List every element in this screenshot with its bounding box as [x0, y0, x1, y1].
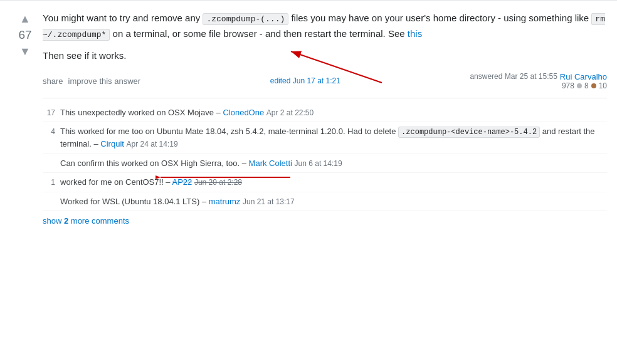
answer-text-part2: files you may have on your user's home d…: [288, 13, 591, 23]
comment-row: 4 This worked for me too on Ubuntu Mate …: [43, 122, 607, 154]
comment-time: Jun 20 at 2:28: [194, 178, 242, 187]
comment-user-link[interactable]: AP22: [172, 177, 192, 187]
answer-paragraph: You might want to try and remove any .zc…: [43, 11, 607, 42]
bronze-badge-count: 10: [599, 81, 607, 90]
comment-time: Jun 21 at 13:17: [243, 197, 295, 206]
comment-vote: 4: [43, 125, 60, 137]
vote-column: ▲ 67 ▼: [10, 11, 40, 58]
comment-row: 17 This unexpectedly worked on OSX Mojav…: [43, 103, 607, 123]
bronze-dot-icon: [591, 83, 596, 88]
silver-dot-icon: [577, 83, 582, 88]
show-more-suffix: more comments: [68, 216, 129, 226]
answered-label: answered Mar 25 at 15:55: [470, 72, 557, 81]
comment-row: Can confirm this worked on OSX High Sier…: [43, 154, 607, 174]
comment-code: .zcompdump-<device-name>-5.4.2: [398, 127, 540, 138]
comment-time: Apr 24 at 14:19: [127, 140, 178, 148]
vote-down-button[interactable]: ▼: [18, 44, 32, 58]
code-zcompdump: .zcompdump-(...): [203, 13, 288, 25]
comment-time: Apr 2 at 22:50: [266, 108, 314, 117]
action-links: share improve this answer: [43, 76, 140, 86]
comment-vote: [43, 157, 60, 158]
comment-text: This worked for me too on Ubuntu Mate 18…: [60, 127, 398, 136]
answer-text-part3: on a terminal, or some file browser - an…: [110, 28, 407, 39]
action-bar: share improve this answer edited Jun 17 …: [43, 72, 607, 90]
share-link[interactable]: share: [43, 76, 63, 86]
comment-vote: 1: [43, 176, 60, 188]
comment-body: Worked for WSL (Ubuntu 18.04.1 LTS) – ma…: [60, 195, 607, 208]
comment-body: This worked for me too on Ubuntu Mate 18…: [60, 125, 607, 150]
comment-user-link[interactable]: Mark Coletti: [249, 159, 292, 168]
comment-row: 1 worked for me on CentOS7!! – AP22 Jun …: [43, 173, 607, 192]
answer-content: You might want to try and remove any .zc…: [40, 11, 607, 231]
answer-meta: answered Mar 25 at 15:55 Rui Carvalho 97…: [470, 72, 607, 90]
comment-text: Worked for WSL (Ubuntu 18.04.1 LTS) –: [60, 197, 209, 206]
edited-link[interactable]: edited Jun 17 at 1:21: [270, 76, 340, 85]
comment-user-link[interactable]: Cirquit: [100, 139, 124, 148]
then-paragraph: Then see if it works.: [43, 48, 607, 63]
show-more-prefix: show: [43, 216, 64, 226]
comment-body: This unexpectedly worked on OSX Mojave –…: [60, 107, 607, 119]
edit-info: edited Jun 17 at 1:21: [270, 76, 340, 85]
comment-time: Jun 6 at 14:19: [295, 159, 342, 168]
rep-score: 978: [562, 81, 574, 90]
comment-user-link[interactable]: ClonedOne: [223, 108, 264, 117]
silver-badge-count: 8: [584, 81, 589, 90]
vote-count: 67: [18, 28, 31, 42]
comment-text: Can confirm this worked on OSX High Sier…: [60, 159, 249, 168]
user-card: Rui Carvalho 978 8 10: [560, 72, 607, 90]
comment-row: Worked for WSL (Ubuntu 18.04.1 LTS) – ma…: [43, 192, 607, 212]
answer-text-part1: You might want to try and remove any: [43, 13, 203, 23]
comment-body: worked for me on CentOS7!! – AP22 Jun 20…: [60, 176, 607, 189]
comment-user-link[interactable]: matrumz: [209, 197, 241, 206]
comments-section: 17 This unexpectedly worked on OSX Mojav…: [43, 98, 607, 231]
this-link[interactable]: this: [408, 28, 422, 39]
comment-text: This unexpectedly worked on OSX Mojave –: [60, 108, 223, 117]
show-more-comments-link[interactable]: show 2 more comments: [43, 211, 129, 231]
comment-text: worked for me on CentOS7!! –: [60, 177, 172, 187]
improve-link[interactable]: improve this answer: [68, 76, 141, 86]
comment-vote: [43, 195, 60, 196]
comment-vote: 17: [43, 107, 60, 118]
comment-body: Can confirm this worked on OSX High Sier…: [60, 157, 607, 170]
user-rep: 978 8 10: [560, 81, 607, 90]
user-name-link[interactable]: Rui Carvalho: [560, 72, 607, 81]
vote-up-button[interactable]: ▲: [18, 12, 32, 26]
